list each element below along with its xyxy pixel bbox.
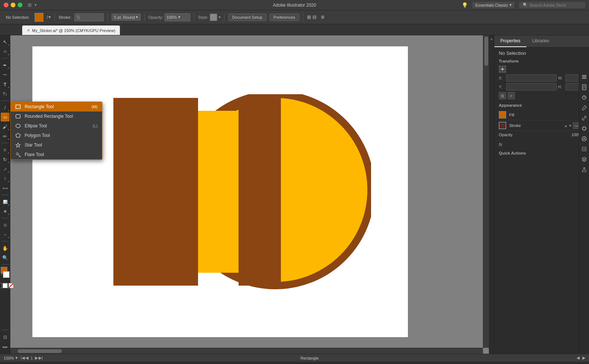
- rectangle-tool[interactable]: ▭ ▸: [1, 113, 10, 121]
- workspace-dropdown-arrow[interactable]: ▾: [35, 3, 37, 7]
- fill-color-display[interactable]: [499, 111, 506, 119]
- search-stock[interactable]: 🔍 Search Adobe Stock: [519, 2, 585, 8]
- curvature-tool[interactable]: 〜: [1, 70, 10, 79]
- close-button[interactable]: [4, 3, 8, 7]
- type-tool[interactable]: T ▸: [1, 80, 10, 89]
- ellipse-tool-menu-item[interactable]: Ellipse Tool (L): [11, 121, 102, 131]
- light-bulb-icon[interactable]: 💡: [462, 2, 468, 8]
- prev-page-btn[interactable]: ◀: [25, 356, 28, 360]
- scale-tool[interactable]: ⤢ ▸: [1, 165, 10, 173]
- artboard-nav-left[interactable]: ◀: [576, 356, 579, 360]
- lock-ratio-btn[interactable]: ⛓: [499, 92, 506, 99]
- horizontal-scroll-thumb[interactable]: [18, 349, 62, 353]
- star-tool-menu-item[interactable]: Star Tool: [11, 140, 102, 150]
- layers-icon[interactable]: [580, 155, 588, 163]
- opacity-arrow: ▾: [178, 15, 180, 20]
- artboard-tool[interactable]: ⊡: [1, 220, 10, 229]
- line-tool[interactable]: / ▸: [1, 103, 10, 112]
- fill-color-chip[interactable]: [35, 13, 43, 22]
- width-tool[interactable]: ⟺: [1, 184, 10, 192]
- ellipse-tool-label: Ellipse Tool: [25, 123, 47, 128]
- tab-properties[interactable]: Properties: [494, 35, 526, 47]
- zoom-control[interactable]: 150% ▾: [4, 356, 18, 360]
- hand-tool[interactable]: ✋: [1, 244, 10, 252]
- y-input[interactable]: [506, 83, 557, 91]
- align-right-icon[interactable]: ⊟: [313, 14, 317, 20]
- eraser-tool[interactable]: ⎚ ▸: [1, 145, 10, 154]
- stroke-arrows: ⇅: [76, 14, 81, 20]
- zoom-tool[interactable]: 🔍: [1, 253, 10, 262]
- more-tools-btn[interactable]: •••: [1, 343, 10, 351]
- tab-libraries[interactable]: Libraries: [526, 35, 555, 47]
- rounded-rect-tool-menu-item[interactable]: Rounded Rectangle Tool: [11, 112, 102, 121]
- resize-icon[interactable]: [580, 145, 588, 153]
- more-transform-btn[interactable]: ≡: [508, 92, 515, 99]
- document-icon[interactable]: [580, 83, 588, 91]
- appearance-icon[interactable]: [580, 124, 588, 132]
- maximize-button[interactable]: [18, 3, 22, 7]
- stroke-up-arrow[interactable]: ▲: [564, 124, 568, 128]
- eyedropper-icon[interactable]: [580, 104, 588, 112]
- properties-icon[interactable]: [580, 73, 588, 81]
- horizontal-scrollbar[interactable]: [10, 348, 483, 354]
- touch-type-tool[interactable]: T↕: [1, 89, 10, 98]
- vertical-scroll-thumb[interactable]: [484, 36, 488, 66]
- tab-close-btn[interactable]: ✕: [27, 28, 30, 32]
- fill-none-chip[interactable]: [0, 283, 2, 288]
- pen-tool[interactable]: ✒ ▸: [1, 61, 10, 70]
- stroke-down-arrow[interactable]: ▼: [568, 124, 572, 128]
- slice-tool[interactable]: ⌁ ▸: [1, 230, 10, 239]
- paintbrush-tool[interactable]: 🖌 ▸: [1, 122, 10, 131]
- screen-mode-btn[interactable]: ⊡: [1, 333, 10, 342]
- warp-tool[interactable]: ⌇ ▸: [1, 174, 10, 183]
- transform-grid-icon[interactable]: [499, 66, 506, 73]
- export-icon[interactable]: [580, 166, 588, 174]
- document-setup-button[interactable]: Document Setup: [228, 14, 267, 21]
- reset-colors-icon[interactable]: ⤢: [1, 272, 9, 276]
- artboard-nav-right[interactable]: ▶: [582, 356, 585, 360]
- fx-button[interactable]: fx: [499, 142, 502, 147]
- stroke-profile-arrow: ▾: [136, 15, 138, 20]
- titlebar: ⊞ ▾ Adobe Illustrator 2020 💡 Essentials …: [0, 0, 589, 10]
- stroke-icon: /: [46, 14, 48, 20]
- flare-tool-menu-item[interactable]: Flare Tool: [11, 150, 102, 159]
- stroke-type-btn[interactable]: / ▾: [46, 14, 51, 20]
- stroke-chip[interactable]: [3, 283, 8, 288]
- minimize-button[interactable]: [11, 3, 15, 7]
- polygon-tool-menu-item[interactable]: Polygon Tool: [11, 131, 102, 140]
- direct-select-tool[interactable]: ⊹ ▸: [1, 47, 10, 56]
- select-tool[interactable]: ↖ ▸: [1, 38, 10, 46]
- x-input[interactable]: [506, 74, 557, 82]
- symbol-tool[interactable]: ❋ ▸: [1, 207, 10, 216]
- next-page-btn[interactable]: ▶: [35, 356, 38, 360]
- vertical-scrollbar[interactable]: [483, 35, 489, 348]
- style-arrow[interactable]: ▾: [219, 15, 221, 19]
- opacity-control[interactable]: 100% ▾: [165, 13, 190, 21]
- pencil-tool[interactable]: ✏ ▸: [1, 132, 10, 141]
- rectangle-tool-menu-item[interactable]: Rectangle Tool (M): [11, 102, 102, 112]
- shape-tools-dropdown: Rectangle Tool (M) Rounded Rectangle Too…: [10, 102, 102, 160]
- recolor-icon[interactable]: [580, 93, 588, 102]
- canvas-area[interactable]: [10, 35, 489, 354]
- rotate-tool[interactable]: ↻ ▸: [1, 155, 10, 164]
- stroke-profile-select[interactable]: 5 pt. Round ▾: [112, 14, 141, 21]
- ai-icon[interactable]: [580, 135, 588, 143]
- align-left-icon[interactable]: ⊞: [307, 14, 311, 20]
- none-chip[interactable]: [8, 283, 14, 288]
- last-page-btn[interactable]: ▶|: [39, 356, 43, 360]
- document-tab[interactable]: ✕ My_Sticker.ai* @ 150% (CMYK/GPU Previe…: [22, 25, 120, 35]
- preferences-button[interactable]: Preferences: [269, 14, 299, 21]
- star-menu-icon: [15, 142, 21, 148]
- style-chip[interactable]: [210, 14, 217, 21]
- stroke-color-display[interactable]: [499, 122, 506, 129]
- link-icon[interactable]: [580, 114, 588, 122]
- stroke-control[interactable]: ⇅: [74, 13, 104, 21]
- ellipse-menu-icon: [15, 123, 21, 129]
- options-menu-icon[interactable]: ≡: [321, 14, 324, 21]
- collapse-panel-btn[interactable]: «: [490, 38, 494, 40]
- stroke-fill-area: [0, 283, 14, 288]
- window-controls[interactable]: ⊞ ▾: [4, 2, 37, 8]
- column-graph-tool[interactable]: 📊 ▸: [1, 197, 10, 206]
- first-page-btn[interactable]: |◀: [21, 356, 25, 360]
- workspace-selector[interactable]: Essentials Classic ▾: [472, 2, 515, 8]
